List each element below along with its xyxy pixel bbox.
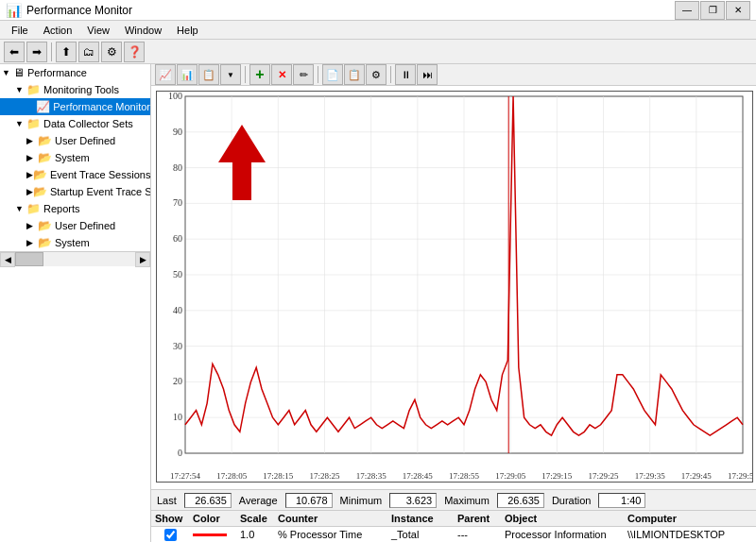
freeze-btn[interactable]: ⏸ — [395, 64, 416, 85]
expand-startup[interactable]: ▶ — [26, 187, 33, 196]
paste-btn[interactable]: 📋 — [344, 64, 365, 85]
tb-forward[interactable]: ➡ — [26, 42, 47, 62]
copy-props-btn[interactable]: 📄 — [322, 64, 343, 85]
sidebar-item-user-defined[interactable]: ▶ 📂 User Defined — [0, 132, 150, 149]
perf-monitor-icon: 📈 — [36, 100, 50, 113]
tb-help[interactable]: ❓ — [124, 42, 145, 62]
expand-dcs[interactable]: ▼ — [15, 119, 26, 128]
row-scale: 1.0 — [236, 527, 274, 542]
menu-bar: File Action View Window Help — [0, 21, 756, 40]
restore-button[interactable]: ❐ — [700, 1, 725, 20]
main-toolbar: ⬅ ➡ ⬆ 🗂 ⚙ ❓ — [0, 40, 756, 64]
properties-btn[interactable]: ⚙ — [366, 64, 387, 85]
last-label: Last — [157, 495, 177, 506]
col-header-show: Show — [151, 511, 189, 526]
startup-icon: 📂 — [33, 185, 47, 198]
highlight-btn[interactable]: ✏ — [293, 64, 314, 85]
tb-properties-main[interactable]: ⚙ — [101, 42, 122, 62]
performance-chart — [156, 91, 753, 483]
expand-performance[interactable]: ▼ — [2, 68, 13, 77]
sidebar-item-performance-monitor[interactable]: 📈 Performance Monitor — [0, 98, 150, 115]
sidebar-item-reports-system[interactable]: ▶ 📂 System — [0, 234, 150, 251]
row-show-checkbox[interactable] — [151, 529, 189, 541]
data-table: Show Color Scale Counter Instance Parent… — [151, 510, 756, 542]
tb-up[interactable]: ⬆ — [56, 42, 77, 62]
sidebar-item-event-trace[interactable]: ▶ 📂 Event Trace Sessions — [0, 166, 150, 183]
window-title: Performance Monitor — [26, 4, 675, 17]
sidebar-label-performance: Performance — [27, 67, 87, 78]
sidebar-label-perf-monitor: Performance Monitor — [53, 101, 150, 112]
expand-monitoring[interactable]: ▼ — [15, 85, 26, 94]
window-controls: — ❐ ✕ — [675, 1, 750, 20]
tb-show-hide[interactable]: 🗂 — [78, 42, 99, 62]
close-button[interactable]: ✕ — [726, 1, 750, 20]
col-header-counter: Counter — [274, 511, 387, 526]
perf-monitor-toolbar: 📈 📊 📋 ▼ + ✕ ✏ 📄 📋 ⚙ ⏸ ⏭ — [151, 64, 756, 86]
sidebar-label-dcs: Data Collector Sets — [43, 118, 133, 129]
expand-reports[interactable]: ▼ — [15, 204, 26, 213]
sidebar-scrollbar[interactable]: ◀ ▶ — [0, 251, 150, 266]
sidebar-item-data-collector-sets[interactable]: ▼ 📁 Data Collector Sets — [0, 115, 150, 132]
reports-user-icon: 📂 — [38, 219, 52, 232]
view-graph-btn[interactable]: 📈 — [155, 64, 176, 85]
sidebar-label-system: System — [55, 152, 90, 163]
update-btn[interactable]: ⏭ — [417, 64, 438, 85]
expand-event-trace[interactable]: ▶ — [26, 170, 33, 179]
row-computer: \\ILMIONTDESKTOP — [624, 527, 756, 542]
menu-file[interactable]: File — [4, 23, 36, 38]
chart-area — [151, 86, 756, 489]
sidebar-item-monitoring-tools[interactable]: ▼ 📁 Monitoring Tools — [0, 81, 150, 98]
view-report-btn[interactable]: 📋 — [198, 64, 219, 85]
expand-reports-user[interactable]: ▶ — [26, 221, 38, 230]
perf-sep-1 — [245, 66, 246, 83]
content-area: 📈 📊 📋 ▼ + ✕ ✏ 📄 📋 ⚙ ⏸ ⏭ Last 26.635 A — [151, 64, 756, 542]
view-histogram-btn[interactable]: 📊 — [177, 64, 198, 85]
expand-perf-monitor — [26, 102, 36, 111]
minimize-button[interactable]: — — [675, 1, 699, 20]
expand-user-def[interactable]: ▶ — [26, 136, 38, 145]
perf-sep-2 — [318, 66, 318, 83]
show-checkbox[interactable] — [164, 529, 177, 541]
scroll-right[interactable]: ▶ — [135, 252, 150, 267]
col-header-color: Color — [189, 511, 236, 526]
delete-counter-btn[interactable]: ✕ — [271, 64, 292, 85]
col-header-scale: Scale — [236, 511, 274, 526]
tb-separator-1 — [51, 42, 52, 61]
max-label: Maximum — [444, 495, 490, 506]
title-bar: 📊 Performance Monitor — ❐ ✕ — [0, 0, 756, 21]
expand-system[interactable]: ▶ — [26, 153, 38, 162]
tb-back[interactable]: ⬅ — [4, 42, 25, 62]
sidebar-label-reports: Reports — [43, 203, 80, 214]
row-parent: --- — [454, 527, 501, 542]
event-trace-icon: 📂 — [33, 168, 47, 181]
sidebar-label-reports-system: System — [55, 237, 90, 248]
add-counter-btn[interactable]: + — [249, 64, 270, 85]
sidebar-item-system[interactable]: ▶ 📂 System — [0, 149, 150, 166]
menu-action[interactable]: Action — [36, 23, 80, 38]
sidebar-label-monitoring-tools: Monitoring Tools — [43, 84, 119, 95]
dcs-icon: 📁 — [26, 117, 41, 130]
expand-reports-system[interactable]: ▶ — [26, 238, 38, 247]
max-value: 26.635 — [497, 493, 544, 508]
sidebar-content: ▼ 🖥 Performance ▼ 📁 Monitoring Tools 📈 P… — [0, 64, 150, 251]
menu-help[interactable]: Help — [169, 23, 206, 38]
perf-sep-3 — [390, 66, 391, 83]
system-icon: 📂 — [38, 151, 52, 164]
min-label: Minimum — [340, 495, 383, 506]
dur-value: 1:40 — [598, 493, 645, 508]
scroll-left[interactable]: ◀ — [0, 252, 15, 267]
sidebar-item-startup-event[interactable]: ▶ 📂 Startup Event Trace Ses… — [0, 183, 150, 200]
row-color — [189, 532, 236, 538]
scroll-thumb[interactable] — [15, 252, 43, 266]
sidebar-item-reports[interactable]: ▼ 📁 Reports — [0, 200, 150, 217]
view-dropdown-btn[interactable]: ▼ — [220, 64, 241, 85]
table-row[interactable]: 1.0 % Processor Time _Total --- Processo… — [151, 527, 756, 542]
sidebar-item-performance[interactable]: ▼ 🖥 Performance — [0, 64, 150, 81]
monitoring-tools-icon: 📁 — [26, 83, 41, 96]
stats-bar: Last 26.635 Average 10.678 Minimum 3.623… — [151, 489, 756, 510]
menu-view[interactable]: View — [79, 23, 117, 38]
sidebar-item-reports-user[interactable]: ▶ 📂 User Defined — [0, 217, 150, 234]
col-header-object: Object — [501, 511, 624, 526]
menu-window[interactable]: Window — [117, 23, 169, 38]
row-object: Processor Information — [501, 527, 624, 542]
